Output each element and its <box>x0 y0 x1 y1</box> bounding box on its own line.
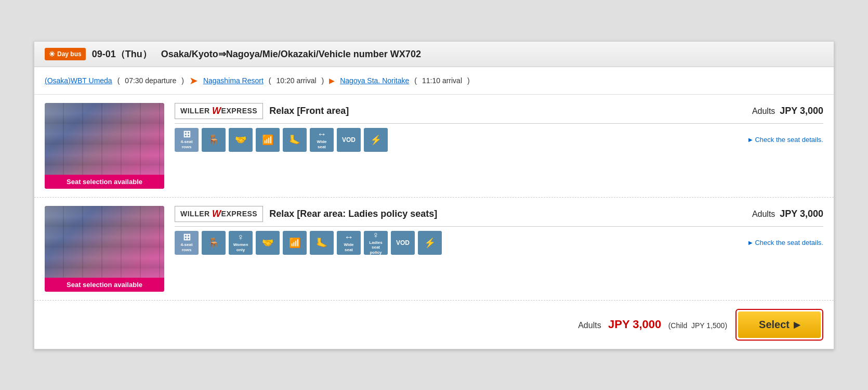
icon-women-symbol: ♀ <box>237 232 244 242</box>
icon-charge-2: ⚡ <box>418 231 442 255</box>
icon-privacy-symbol: 🤝 <box>235 135 246 145</box>
header-bar: ✳ Day bus 09-01（Thu） Osaka/Kyoto⇒Nagoya/… <box>34 42 834 67</box>
icon-wide-label-2: Wideseat <box>344 242 353 252</box>
seat-option-relax-front: Seat selection available WILLER WEXPRESS… <box>34 95 834 198</box>
seat-icons-and-check-2: ⊞ 4-seatrows 🪑 ♀ Womenonly <box>175 231 823 255</box>
icon-vod-2: VOD <box>391 231 415 255</box>
icon-4seat-label: 4-seatrows <box>180 139 192 149</box>
stop2-link[interactable]: Nagashima Resort <box>203 76 264 85</box>
icon-charge-symbol: ⚡ <box>370 135 382 145</box>
sun-icon: ✳ <box>49 50 55 58</box>
icon-footrest-symbol-2: 🦶 <box>316 238 327 248</box>
select-arrow-icon: ▶ <box>794 320 800 330</box>
seat-name-area-1: WILLER WEXPRESS Relax [Front area] <box>175 103 349 119</box>
icon-wifi-symbol: 📶 <box>262 135 273 145</box>
select-button-label: Select <box>759 319 790 331</box>
seat-top-row-1: WILLER WEXPRESS Relax [Front area] Adult… <box>175 103 823 124</box>
day-bus-badge: ✳ Day bus <box>45 48 86 60</box>
seat-icons-and-check-1: ⊞ 4-seatrows 🪑 🤝 📶 <box>175 128 823 152</box>
seat-name-area-2: WILLER WEXPRESS Relax [Rear area: Ladies… <box>175 206 437 222</box>
footer-child-label: Child <box>670 321 687 330</box>
bottom-footer: Adults JPY 3,000 (Child JPY 1,500) Selec… <box>34 301 834 349</box>
footer-adults-price: JPY 3,000 <box>608 318 661 331</box>
stop1-link[interactable]: (Osaka)WBT Umeda <box>45 76 112 85</box>
route-bar: (Osaka)WBT Umeda (07:30 departure) ➤ Nag… <box>34 67 834 95</box>
icon-vod-symbol: VOD <box>342 137 356 143</box>
footer-adults-label: Adults <box>578 321 601 330</box>
route-arrow1: ➤ <box>189 74 198 87</box>
icon-footrest-symbol: 🦶 <box>289 135 300 145</box>
seat-name-1: Relax [Front area] <box>269 106 349 116</box>
seat-selection-badge-2: Seat selection available <box>45 278 164 292</box>
willer-logo-1: WILLER WEXPRESS <box>175 103 263 119</box>
icon-wifi-symbol-2: 📶 <box>289 238 300 248</box>
willer-w-1: W <box>212 106 221 116</box>
seat-top-row-2: WILLER WEXPRESS Relax [Rear area: Ladies… <box>175 206 823 227</box>
icon-ladies-symbol: ♀ <box>372 230 379 240</box>
stop3-time: ( <box>414 76 417 85</box>
stop1-time: ( <box>117 76 120 85</box>
price-label-1: Adults <box>752 107 775 115</box>
seat-icons-row-2: ⊞ 4-seatrows 🪑 ♀ Womenonly <box>175 231 442 255</box>
icon-recline-symbol-2: 🪑 <box>208 238 219 248</box>
icon-privacy-symbol-2: 🤝 <box>262 238 273 248</box>
price-area-2: Adults JPY 3,000 <box>752 209 823 219</box>
icon-women-only-2: ♀ Womenonly <box>229 231 253 255</box>
icon-ladies-label: Ladiesseatpolicy <box>369 240 382 255</box>
icon-4seat-rows-2: ⊞ 4-seatrows <box>175 231 199 255</box>
icon-4seat-symbol-2: ⊞ <box>183 232 191 242</box>
seat-icons-row-1: ⊞ 4-seatrows 🪑 🤝 📶 <box>175 128 388 152</box>
icon-wifi-2: 📶 <box>283 231 307 255</box>
icon-privacy-1: 🤝 <box>229 128 253 152</box>
stop1-time-val: 07:30 departure <box>125 76 176 85</box>
icon-privacy-2: 🤝 <box>256 231 280 255</box>
icon-women-label: Womenonly <box>233 242 248 252</box>
icon-recline-1: 🪑 <box>202 128 226 152</box>
icon-ladies-seat-2: ♀ Ladiesseatpolicy <box>364 231 388 255</box>
icon-wide-seat-2: ↔ Wideseat <box>337 231 361 255</box>
icon-charge-symbol-2: ⚡ <box>424 238 436 248</box>
content-area: Seat selection available WILLER WEXPRESS… <box>34 95 834 301</box>
icon-recline-2: 🪑 <box>202 231 226 255</box>
header-title: 09-01（Thu） Osaka/Kyoto⇒Nagoya/Mie/Okazak… <box>92 48 421 60</box>
icon-4seat-rows-1: ⊞ 4-seatrows <box>175 128 199 152</box>
badge-label: Day bus <box>57 50 82 58</box>
select-button-wrapper: Select ▶ <box>735 309 823 341</box>
seat-selection-badge-1: Seat selection available <box>45 175 164 189</box>
price-value-2: JPY 3,000 <box>780 209 823 219</box>
stop3-time-val: 11:10 arrival <box>422 76 462 85</box>
icon-charge-1: ⚡ <box>364 128 388 152</box>
icon-wifi-1: 📶 <box>256 128 280 152</box>
icon-wide-label: Wideseat <box>317 139 326 149</box>
stop2-time-val: 10:20 arrival <box>276 76 316 85</box>
seat-image-wrapper-2: Seat selection available <box>45 206 164 292</box>
icon-4seat-label-2: 4-seatrows <box>180 242 192 252</box>
footer-child-price: JPY 1,500 <box>691 321 725 330</box>
stop3-link[interactable]: Nagoya Sta. Noritake <box>340 76 409 85</box>
icon-footrest-2: 🦶 <box>310 231 334 255</box>
icon-vod-symbol-2: VOD <box>396 240 410 246</box>
check-seat-link-1[interactable]: Check the seat details. <box>748 136 823 144</box>
seat-details-1: WILLER WEXPRESS Relax [Front area] Adult… <box>175 103 823 189</box>
willer-logo-2: WILLER WEXPRESS <box>175 206 263 222</box>
icon-wide-symbol-2: ↔ <box>344 232 353 242</box>
icon-wide-seat-1: ↔ Wideseat <box>310 128 334 152</box>
icon-recline-symbol: 🪑 <box>208 135 219 145</box>
price-area-1: Adults JPY 3,000 <box>752 106 823 116</box>
willer-w-2: W <box>212 209 221 219</box>
select-button[interactable]: Select ▶ <box>738 311 821 338</box>
price-value-1: JPY 3,000 <box>780 106 823 116</box>
footer-child-info: (Child JPY 1,500) <box>668 321 727 330</box>
seat-option-relax-rear: Seat selection available WILLER WEXPRESS… <box>34 198 834 301</box>
icon-4seat-symbol: ⊞ <box>183 129 191 139</box>
icon-wide-symbol: ↔ <box>317 129 326 139</box>
icon-footrest-1: 🦶 <box>283 128 307 152</box>
seat-name-2: Relax [Rear area: Ladies policy seats] <box>269 209 437 219</box>
stop2-time: ( <box>269 76 271 85</box>
route-arrow2: ▶ <box>329 76 335 85</box>
footer-price-info: Adults JPY 3,000 (Child JPY 1,500) <box>578 318 727 331</box>
seat-image-wrapper-1: Seat selection available <box>45 103 164 189</box>
seat-details-2: WILLER WEXPRESS Relax [Rear area: Ladies… <box>175 206 823 292</box>
check-seat-link-2[interactable]: Check the seat details. <box>748 239 823 246</box>
main-container: ✳ Day bus 09-01（Thu） Osaka/Kyoto⇒Nagoya/… <box>34 41 834 349</box>
